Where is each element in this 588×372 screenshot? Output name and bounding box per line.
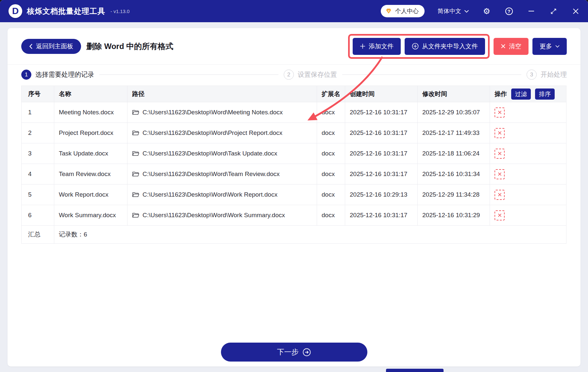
minimize-button[interactable] bbox=[527, 7, 536, 16]
path-text: C:\Users\11623\Desktop\Word\Task Update.… bbox=[143, 150, 277, 157]
delete-row-button[interactable] bbox=[495, 128, 505, 138]
close-button[interactable] bbox=[571, 7, 580, 16]
col-operations: 操作 过滤 排序 bbox=[490, 86, 566, 102]
expand-icon bbox=[550, 8, 557, 15]
step-number: 3 bbox=[527, 70, 537, 80]
cell-path: C:\Users\11623\Desktop\Word\Team Review.… bbox=[127, 164, 317, 185]
delete-x-icon bbox=[497, 213, 502, 218]
folder-open-icon[interactable] bbox=[132, 130, 139, 136]
personal-center-button[interactable]: 个人中心 bbox=[381, 5, 425, 17]
clear-button[interactable]: 清空 bbox=[494, 38, 529, 55]
folder-open-icon[interactable] bbox=[132, 151, 139, 156]
cell-name: Task Update.docx bbox=[54, 143, 127, 164]
titlebar: D 核烁文档批量处理工具 - v1.13.0 个人中心 简体中文 ⚙ ? bbox=[0, 0, 588, 22]
delete-row-button[interactable] bbox=[495, 107, 505, 118]
cell-extension: docx bbox=[317, 205, 345, 226]
app-logo-icon: D bbox=[8, 4, 22, 18]
filter-button[interactable]: 过滤 bbox=[511, 89, 531, 100]
table-header: 序号 名称 路径 扩展名 创建时间 修改时间 操作 过滤 排序 bbox=[22, 86, 566, 102]
cell-extension: docx bbox=[317, 185, 345, 205]
step-select-records: 1 选择需要处理的记录 bbox=[21, 70, 94, 80]
add-file-button[interactable]: 添加文件 bbox=[353, 38, 401, 55]
table-row: 1 Meeting Notes.docx C:\Users\11623\Desk… bbox=[22, 102, 566, 123]
cell-extension: docx bbox=[317, 102, 345, 123]
cell-created-time: 2025-12-16 10:29:13 bbox=[345, 185, 418, 205]
vip-gem-icon bbox=[385, 7, 393, 15]
titlebar-left: D 核烁文档批量处理工具 - v1.13.0 bbox=[8, 4, 129, 18]
summary-count: 记录数：6 bbox=[54, 226, 566, 244]
folder-open-icon[interactable] bbox=[132, 109, 139, 115]
import-from-folder-label: 从文件夹中导入文件 bbox=[422, 42, 478, 51]
cell-index: 4 bbox=[22, 164, 54, 185]
col-name: 名称 bbox=[54, 86, 127, 102]
cell-index: 1 bbox=[22, 102, 54, 123]
maximize-button[interactable] bbox=[549, 7, 558, 16]
delete-x-icon bbox=[497, 110, 502, 115]
question-mark-icon: ? bbox=[505, 8, 513, 15]
cell-modified-time: 2025-12-18 11:06:24 bbox=[418, 143, 490, 164]
content-area: 返回到主面板 删除 Word 中的所有格式 添加文件 bbox=[0, 22, 588, 372]
step-start-processing: 3 开始处理 bbox=[527, 70, 567, 80]
delete-row-button[interactable] bbox=[495, 210, 505, 220]
delete-row-button[interactable] bbox=[495, 190, 505, 200]
cell-modified-time: 2025-12-29 10:35:07 bbox=[418, 102, 490, 123]
sort-button[interactable]: 排序 bbox=[535, 89, 555, 100]
cell-name: Team Review.docx bbox=[54, 164, 127, 185]
chevron-down-icon bbox=[555, 45, 560, 48]
plus-icon bbox=[360, 43, 365, 49]
import-from-folder-button[interactable]: 从文件夹中导入文件 bbox=[405, 38, 485, 55]
chevron-left-icon bbox=[29, 43, 33, 49]
delete-row-button[interactable] bbox=[495, 149, 505, 159]
cell-modified-time: 2025-12-17 11:49:33 bbox=[418, 123, 490, 143]
cell-path: C:\Users\11623\Desktop\Word\Task Update.… bbox=[127, 143, 317, 164]
table-row: 5 Work Report.docx C:\Users\11623\Deskto… bbox=[22, 185, 566, 205]
main-card: 返回到主面板 删除 Word 中的所有格式 添加文件 bbox=[8, 28, 580, 366]
cell-modified-time: 2025-12-16 10:31:34 bbox=[418, 164, 490, 185]
header-left: 返回到主面板 删除 Word 中的所有格式 bbox=[21, 39, 173, 54]
close-icon bbox=[573, 8, 579, 14]
delete-row-button[interactable] bbox=[495, 169, 505, 179]
help-button[interactable]: ? bbox=[504, 7, 513, 16]
cell-created-time: 2025-12-16 10:31:17 bbox=[345, 205, 418, 226]
cell-modified-time: 2025-12-16 10:31:29 bbox=[418, 205, 490, 226]
cell-created-time: 2025-12-16 10:31:17 bbox=[345, 123, 418, 143]
annotation-highlight-box: 添加文件 从文件夹中导入文件 bbox=[348, 34, 490, 59]
folder-open-icon[interactable] bbox=[132, 171, 139, 177]
col-extension: 扩展名 bbox=[317, 86, 345, 102]
table-row: 3 Task Update.docx C:\Users\11623\Deskto… bbox=[22, 143, 566, 164]
path-text: C:\Users\11623\Desktop\Word\Work Summary… bbox=[143, 212, 285, 219]
cell-name: Meeting Notes.docx bbox=[54, 102, 127, 123]
app-title: 核烁文档批量处理工具 bbox=[27, 6, 105, 16]
col-modified: 修改时间 bbox=[418, 86, 490, 102]
language-selector[interactable]: 简体中文 bbox=[438, 7, 469, 15]
path-text: C:\Users\11623\Desktop\Word\Project Repo… bbox=[143, 129, 282, 137]
step-label: 设置保存位置 bbox=[298, 70, 337, 79]
x-icon bbox=[501, 44, 506, 49]
next-step-button[interactable]: 下一步 bbox=[221, 343, 367, 362]
bottom-partial-element bbox=[386, 369, 444, 372]
step-save-location: 2 设置保存位置 bbox=[284, 70, 337, 80]
cell-operations bbox=[490, 123, 566, 143]
card-header: 返回到主面板 删除 Word 中的所有格式 添加文件 bbox=[8, 28, 580, 65]
step-label: 开始处理 bbox=[541, 70, 567, 79]
table-row: 6 Work Summary.docx C:\Users\11623\Deskt… bbox=[22, 205, 566, 226]
app-window: D 核烁文档批量处理工具 - v1.13.0 个人中心 简体中文 ⚙ ? bbox=[0, 0, 588, 372]
cell-path: C:\Users\11623\Desktop\Word\Work Report.… bbox=[127, 185, 317, 205]
cell-path: C:\Users\11623\Desktop\Word\Meeting Note… bbox=[127, 102, 317, 123]
folder-open-icon[interactable] bbox=[132, 192, 139, 198]
circle-plus-icon bbox=[412, 43, 419, 50]
folder-open-icon[interactable] bbox=[132, 212, 139, 218]
more-label: 更多 bbox=[540, 42, 552, 51]
arrow-right-circle-icon bbox=[302, 348, 311, 357]
more-button[interactable]: 更多 bbox=[532, 38, 567, 55]
cell-extension: docx bbox=[317, 123, 345, 143]
clear-label: 清空 bbox=[509, 42, 521, 51]
minimize-icon bbox=[529, 11, 534, 11]
add-file-label: 添加文件 bbox=[369, 42, 394, 51]
cell-index: 6 bbox=[22, 205, 54, 226]
back-to-main-button[interactable]: 返回到主面板 bbox=[21, 39, 81, 54]
settings-button[interactable]: ⚙ bbox=[482, 7, 491, 16]
summary-row: 汇总 记录数：6 bbox=[22, 226, 566, 244]
cell-index: 2 bbox=[22, 123, 54, 143]
back-label: 返回到主面板 bbox=[36, 42, 73, 51]
